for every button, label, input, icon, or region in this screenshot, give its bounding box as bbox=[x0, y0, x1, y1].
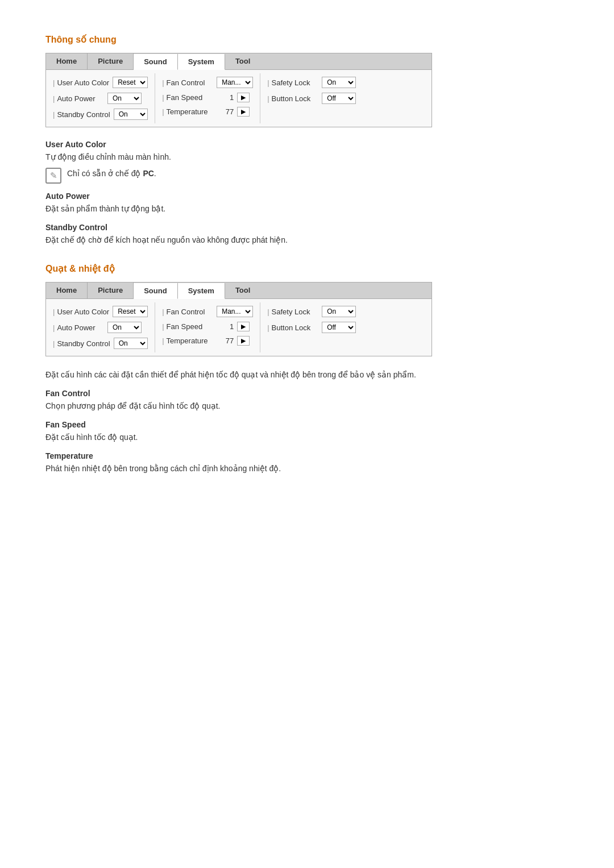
menu-col-2-3: Safety Lock On Button Lock Off bbox=[260, 302, 363, 352]
tab-sound-1[interactable]: Sound bbox=[134, 54, 177, 70]
menu-row-2-button-lock: Button Lock Off bbox=[265, 321, 358, 334]
select-user-auto-color[interactable]: Reset bbox=[113, 77, 148, 88]
select-2-fan-control[interactable]: Man... bbox=[217, 306, 253, 317]
menu-row-safety-lock: Safety Lock On bbox=[265, 76, 358, 89]
label-safety-lock: Safety Lock bbox=[267, 78, 318, 87]
subsection-auto-power: Auto Power bbox=[45, 192, 569, 201]
tab-tool-1[interactable]: Tool bbox=[225, 53, 260, 69]
tab-sound-2[interactable]: Sound bbox=[134, 283, 177, 299]
intro-fan-temp: Đặt cấu hình các cài đặt cần thiết để ph… bbox=[45, 369, 569, 381]
menu-row-auto-power: Auto Power On bbox=[51, 92, 150, 105]
menu-table-2: Home Picture Sound System Tool User Auto… bbox=[45, 282, 432, 356]
menu-body-2: User Auto Color Reset Auto Power On Stan… bbox=[46, 299, 432, 356]
tab-tool-2[interactable]: Tool bbox=[225, 283, 260, 298]
label-2-button-lock: Button Lock bbox=[267, 323, 318, 332]
subsection-user-auto-color: User Auto Color bbox=[45, 140, 569, 149]
menu-tab-row-2: Home Picture Sound System Tool bbox=[46, 283, 432, 299]
subsection-fan-speed: Fan Speed bbox=[45, 420, 569, 429]
menu-row-2-standby-control: Standby Control On bbox=[51, 337, 150, 350]
menu-table-1: Home Picture Sound System Tool User Auto… bbox=[45, 53, 432, 127]
menu-row-2-user-auto-color: User Auto Color Reset bbox=[51, 305, 150, 318]
temperature-arrow-btn[interactable]: ▶ bbox=[237, 107, 250, 117]
menu-row-user-auto-color: User Auto Color Reset bbox=[51, 76, 150, 89]
select-button-lock[interactable]: Off bbox=[322, 93, 356, 104]
tab-picture-1[interactable]: Picture bbox=[88, 53, 134, 69]
select-2-button-lock[interactable]: Off bbox=[322, 322, 356, 333]
menu-row-standby-control: Standby Control On bbox=[51, 107, 150, 121]
tab-system-1[interactable]: System bbox=[178, 54, 225, 70]
value-fan-speed: 1 bbox=[217, 93, 234, 102]
menu-row-fan-speed: Fan Speed 1 ▶ bbox=[160, 92, 255, 103]
subsection-standby-control: Standby Control bbox=[45, 223, 569, 232]
menu-row-temperature: Temperature 77 ▶ bbox=[160, 106, 255, 118]
menu-body-1: User Auto Color Reset Auto Power On Stan… bbox=[46, 70, 432, 127]
tab-system-2[interactable]: System bbox=[178, 283, 225, 299]
menu-row-fan-control: Fan Control Man... bbox=[160, 76, 255, 89]
label-fan-speed: Fan Speed bbox=[162, 93, 213, 102]
note-text-user-auto-color: Chỉ có sẵn ở chế độ PC. bbox=[67, 168, 156, 180]
value-2-fan-speed: 1 bbox=[217, 322, 234, 331]
note-icon: ✎ bbox=[45, 168, 61, 184]
desc-user-auto-color: Tự động điều chỉnh màu màn hình. bbox=[45, 151, 569, 163]
tab-home-2[interactable]: Home bbox=[46, 283, 88, 298]
value-temperature: 77 bbox=[217, 107, 234, 116]
menu-col-2-1: User Auto Color Reset Auto Power On Stan… bbox=[46, 302, 155, 352]
menu-row-2-safety-lock: Safety Lock On bbox=[265, 305, 358, 318]
label-standby-control: Standby Control bbox=[53, 110, 110, 119]
label-button-lock: Button Lock bbox=[267, 94, 318, 103]
select-2-safety-lock[interactable]: On bbox=[322, 306, 356, 317]
menu-col-2-2: Fan Control Man... Fan Speed 1 ▶ Tempera… bbox=[155, 302, 260, 352]
menu-row-button-lock: Button Lock Off bbox=[265, 92, 358, 105]
label-2-fan-speed: Fan Speed bbox=[162, 322, 213, 331]
menu-row-2-temperature: Temperature 77 ▶ bbox=[160, 335, 255, 347]
value-2-temperature: 77 bbox=[217, 337, 234, 345]
subsection-temperature: Temperature bbox=[45, 451, 569, 460]
select-fan-control[interactable]: Man... bbox=[217, 77, 253, 88]
desc-standby-control: Đặt chế độ chờ để kích hoạt nếu nguồn và… bbox=[45, 234, 569, 246]
select-safety-lock[interactable]: On bbox=[322, 77, 356, 88]
fan-speed-arrow-btn[interactable]: ▶ bbox=[237, 93, 250, 102]
label-auto-power: Auto Power bbox=[53, 94, 104, 103]
desc-temperature: Phát hiện nhiệt độ bên trong bằng cách c… bbox=[45, 463, 569, 475]
menu-col-2: Fan Control Man... Fan Speed 1 ▶ Tempera… bbox=[155, 73, 260, 123]
fan-speed-2-arrow-btn[interactable]: ▶ bbox=[237, 322, 250, 331]
note-row-user-auto-color: ✎ Chỉ có sẵn ở chế độ PC. bbox=[45, 168, 569, 184]
label-2-fan-control: Fan Control bbox=[162, 308, 213, 316]
select-auto-power[interactable]: On bbox=[107, 93, 142, 104]
menu-col-3: Safety Lock On Button Lock Off bbox=[260, 73, 363, 123]
label-2-standby-control: Standby Control bbox=[53, 339, 110, 348]
section-general-title: Thông số chung bbox=[45, 34, 569, 45]
label-2-safety-lock: Safety Lock bbox=[267, 308, 318, 316]
temperature-2-arrow-btn[interactable]: ▶ bbox=[237, 336, 250, 346]
tab-home-1[interactable]: Home bbox=[46, 53, 88, 69]
desc-fan-control: Chọn phương pháp để đặt cấu hình tốc độ … bbox=[45, 400, 569, 412]
menu-row-2-auto-power: Auto Power On bbox=[51, 321, 150, 334]
tab-picture-2[interactable]: Picture bbox=[88, 283, 134, 298]
menu-tab-row-1: Home Picture Sound System Tool bbox=[46, 53, 432, 70]
label-user-auto-color: User Auto Color bbox=[53, 78, 109, 87]
label-fan-control: Fan Control bbox=[162, 78, 213, 87]
section-fan-temp-title: Quạt & nhiệt độ bbox=[45, 263, 569, 274]
select-2-user-auto-color[interactable]: Reset bbox=[113, 306, 148, 317]
label-2-auto-power: Auto Power bbox=[53, 323, 104, 332]
desc-auto-power: Đặt sản phẩm thành tự động bật. bbox=[45, 203, 569, 215]
menu-row-2-fan-control: Fan Control Man... bbox=[160, 305, 255, 318]
section-fan-temp: Quạt & nhiệt độ Home Picture Sound Syste… bbox=[45, 263, 569, 475]
desc-fan-speed: Đặt cấu hình tốc độ quạt. bbox=[45, 431, 569, 443]
select-2-standby-control[interactable]: On bbox=[114, 338, 148, 349]
menu-row-2-fan-speed: Fan Speed 1 ▶ bbox=[160, 321, 255, 333]
select-standby-control[interactable]: On bbox=[114, 109, 148, 120]
subsection-fan-control: Fan Control bbox=[45, 389, 569, 398]
label-temperature: Temperature bbox=[162, 107, 213, 116]
label-2-temperature: Temperature bbox=[162, 337, 213, 345]
menu-col-1: User Auto Color Reset Auto Power On Stan… bbox=[46, 73, 155, 123]
section-general: Thông số chung Home Picture Sound System… bbox=[45, 34, 569, 246]
select-2-auto-power[interactable]: On bbox=[107, 322, 142, 333]
label-2-user-auto-color: User Auto Color bbox=[53, 308, 109, 316]
